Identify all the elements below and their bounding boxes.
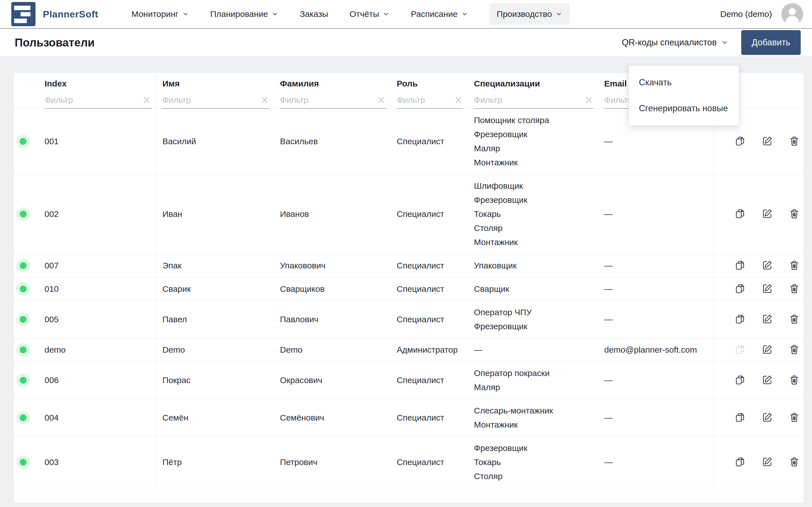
- x-clear-icon[interactable]: [584, 95, 594, 105]
- status-dot-core: [20, 459, 27, 466]
- cell-first-name: Иван: [156, 174, 273, 254]
- cell-status: [14, 254, 38, 277]
- copy-button[interactable]: [734, 374, 746, 386]
- nav-item[interactable]: Производство: [490, 3, 570, 25]
- edit-button[interactable]: [761, 344, 773, 356]
- qr-codes-menu: СкачатьСгенерировать новые: [629, 66, 739, 125]
- qr-menu-item[interactable]: Сгенерировать новые: [629, 96, 739, 121]
- filter-index-input[interactable]: [45, 95, 142, 105]
- nav-item[interactable]: Мониторинг: [132, 9, 189, 19]
- specialization-item: Токарь: [474, 207, 501, 221]
- delete-button[interactable]: [788, 283, 801, 295]
- edit-button[interactable]: [761, 456, 773, 468]
- table-row: demoDemoDemoАдминистратор—demo@planner-s…: [14, 338, 804, 362]
- x-clear-icon[interactable]: [260, 95, 269, 105]
- delete-button[interactable]: [788, 374, 801, 386]
- delete-button[interactable]: [788, 456, 801, 468]
- specialization-item: Фрезеровщик: [474, 127, 527, 142]
- specialization-item: Столяр: [474, 221, 503, 235]
- add-user-button[interactable]: Добавить: [741, 30, 801, 55]
- edit-button[interactable]: [761, 208, 773, 220]
- cell-status: [14, 174, 38, 254]
- cell-role: Специалист: [390, 109, 467, 174]
- edit-button[interactable]: [761, 283, 773, 295]
- status-dot-core: [20, 286, 27, 292]
- nav-item[interactable]: Расписание: [411, 9, 468, 19]
- nav-item[interactable]: Планирование: [210, 9, 278, 19]
- delete-button[interactable]: [788, 344, 801, 356]
- cell-actions: [714, 399, 804, 436]
- copy-button[interactable]: [734, 283, 746, 295]
- x-clear-icon[interactable]: [454, 95, 463, 105]
- cell-first-name: Пётр: [156, 437, 273, 488]
- edit-button[interactable]: [761, 313, 773, 326]
- status-dot-core: [20, 316, 27, 323]
- status-dot: [16, 135, 30, 148]
- filter-first-name-input[interactable]: [162, 95, 260, 105]
- status-dot: [16, 343, 30, 356]
- specialization-item: Монтажник: [474, 235, 518, 249]
- status-dot-core: [20, 211, 27, 217]
- delete-button[interactable]: [788, 411, 801, 424]
- gantt-logo-icon[interactable]: [11, 2, 36, 26]
- status-dot: [16, 455, 30, 469]
- cell-actions: [714, 437, 804, 488]
- delete-button[interactable]: [788, 135, 801, 148]
- user-avatar-icon[interactable]: [781, 3, 803, 25]
- cell-role: Специалист: [390, 399, 467, 436]
- filter-index: [45, 92, 151, 109]
- trash-icon: [789, 344, 800, 356]
- filter-last-name-input[interactable]: [280, 95, 376, 105]
- cell-last-name: Demo: [273, 338, 390, 361]
- edit-button[interactable]: [761, 135, 773, 148]
- filter-specializations-input[interactable]: [474, 95, 584, 105]
- cell-index: 005: [38, 301, 156, 338]
- cell-specializations: ШлифовщикФрезеровщикТокарьСтолярМонтажни…: [467, 174, 598, 254]
- edit-button[interactable]: [761, 260, 773, 272]
- delete-button[interactable]: [788, 260, 801, 272]
- delete-button[interactable]: [788, 313, 801, 326]
- filter-role-input[interactable]: [397, 95, 454, 105]
- copy-button[interactable]: [734, 313, 746, 326]
- cell-email: —: [598, 362, 714, 399]
- delete-button[interactable]: [788, 208, 801, 220]
- edit-icon: [762, 260, 773, 272]
- specialization-item: Монтажник: [474, 156, 518, 170]
- cell-index: 004: [38, 399, 156, 436]
- trash-icon: [789, 314, 800, 326]
- qr-codes-button[interactable]: QR-коды специалистов: [622, 38, 728, 48]
- cell-specializations: —: [467, 338, 598, 361]
- chevron-down-icon: [182, 11, 189, 17]
- copy-button[interactable]: [734, 208, 746, 220]
- cell-status: [14, 338, 38, 361]
- copy-button[interactable]: [734, 135, 746, 148]
- cell-actions: [714, 338, 804, 361]
- nav-item-label: Планирование: [210, 9, 268, 19]
- edit-button[interactable]: [761, 411, 773, 424]
- cell-role: Специалист: [390, 174, 467, 254]
- qr-menu-item[interactable]: Скачать: [629, 69, 739, 96]
- copy-button[interactable]: [734, 260, 746, 272]
- specialization-item: Упаковщик: [474, 259, 516, 273]
- x-clear-icon[interactable]: [142, 95, 151, 105]
- table-body: 001ВасилийВасильевСпециалистПомощник сто…: [14, 109, 804, 488]
- copy-button[interactable]: [734, 456, 746, 468]
- cell-last-name: Павлович: [273, 301, 390, 338]
- x-clear-icon[interactable]: [376, 95, 386, 105]
- nav-item[interactable]: Заказы: [300, 9, 328, 19]
- status-dot-core: [20, 346, 27, 353]
- chevron-down-icon: [555, 11, 562, 17]
- cell-status: [14, 109, 38, 174]
- specialization-item: Маляр: [474, 142, 500, 156]
- cell-status: [14, 277, 38, 300]
- copy-button[interactable]: [734, 411, 746, 424]
- nav-item[interactable]: Отчёты: [350, 9, 390, 19]
- specialization-item: Маляр: [474, 380, 500, 394]
- status-dot: [16, 374, 30, 387]
- nav-item-label: Отчёты: [350, 9, 379, 19]
- cell-index: 002: [38, 174, 156, 254]
- edit-icon: [762, 456, 773, 468]
- specialization-item: Столяр: [474, 469, 503, 483]
- edit-button[interactable]: [761, 374, 773, 386]
- nav-item-label: Расписание: [411, 9, 457, 19]
